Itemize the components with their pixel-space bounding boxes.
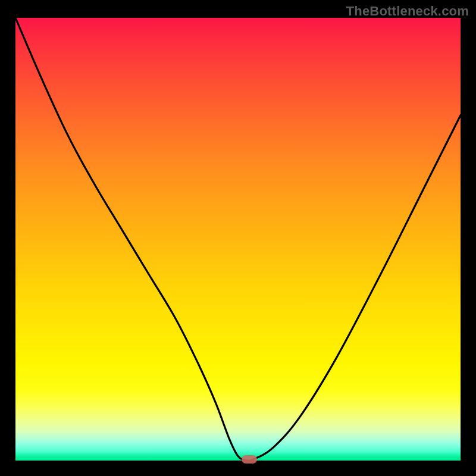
chart-frame: TheBottleneck.com xyxy=(0,0,476,476)
plot-area xyxy=(15,18,461,461)
watermark-text: TheBottleneck.com xyxy=(346,4,469,19)
optimum-marker xyxy=(242,455,257,464)
bottleneck-curve xyxy=(15,18,461,461)
